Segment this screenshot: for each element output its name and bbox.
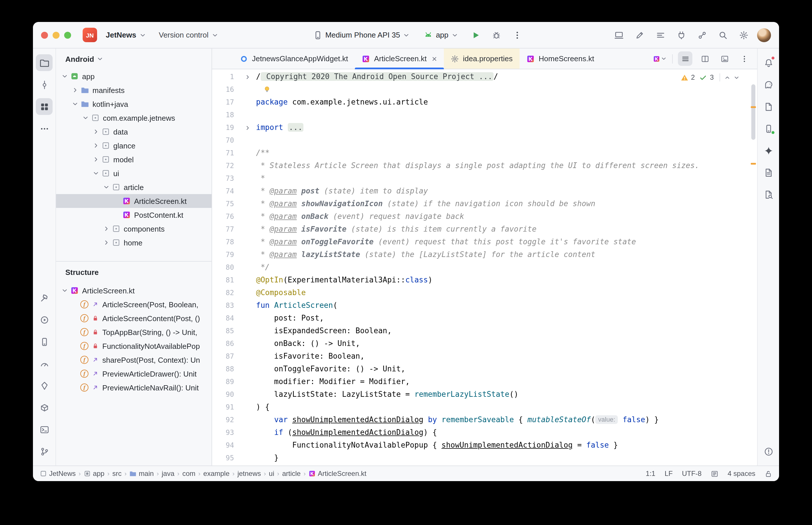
code-line[interactable]: 70 xyxy=(212,134,749,147)
editor-scrollbar[interactable] xyxy=(750,69,756,466)
caret-position[interactable]: 1:1 xyxy=(646,469,655,478)
project-tree-item[interactable]: PostContent.kt xyxy=(56,208,211,222)
breadcrumb-item[interactable]: main xyxy=(130,469,154,478)
code-line[interactable]: 83fun ArticleScreen( xyxy=(212,299,749,312)
breadcrumb-item[interactable]: ArticleScreen.kt xyxy=(309,469,366,478)
line-number[interactable]: 90 xyxy=(212,390,239,399)
line-number[interactable]: 17 xyxy=(212,98,239,106)
code-line[interactable]: 72 * Stateless Article Screen that displ… xyxy=(212,160,749,172)
version-control-button[interactable] xyxy=(36,443,53,460)
file-encoding[interactable]: UTF-8 xyxy=(682,469,702,478)
lock-open-icon[interactable] xyxy=(765,470,772,477)
breadcrumb-item[interactable]: example xyxy=(204,469,230,478)
code-line[interactable]: 91) { xyxy=(212,401,749,414)
code-line[interactable]: 88 onToggleFavorite: () -> Unit, xyxy=(212,363,749,375)
running-devices-button[interactable] xyxy=(760,120,777,137)
device-selector[interactable]: Medium Phone API 35 xyxy=(309,27,414,43)
commit-button[interactable] xyxy=(36,76,53,93)
line-number[interactable]: 19 xyxy=(212,124,239,132)
scrollbar-thumb[interactable] xyxy=(751,84,755,140)
close-window-button[interactable] xyxy=(41,31,48,39)
plugins-button[interactable] xyxy=(674,27,689,43)
line-number[interactable]: 92 xyxy=(212,416,239,424)
app-inspection-button[interactable] xyxy=(760,186,777,203)
line-number[interactable]: 87 xyxy=(212,352,239,360)
debug-button[interactable] xyxy=(489,27,504,43)
editor-tab[interactable]: JetnewsGlanceAppWidget.kt xyxy=(233,48,355,69)
code-line[interactable]: 92 var showUnimplementedActionDialog by … xyxy=(212,414,749,426)
previous-problem-button[interactable] xyxy=(724,74,730,80)
problems-button[interactable] xyxy=(760,443,777,460)
editor[interactable]: 1/ Copyright 2020 The Android Open Sourc… xyxy=(212,69,757,466)
breadcrumb-item[interactable]: app xyxy=(84,469,104,478)
fold-marker[interactable] xyxy=(239,74,256,80)
editor-options-button[interactable] xyxy=(737,51,751,66)
project-tree-item[interactable]: model xyxy=(56,152,211,166)
code-line[interactable]: 85 isExpandedScreen: Boolean, xyxy=(212,325,749,337)
gradle-button[interactable] xyxy=(760,76,777,93)
line-number[interactable]: 16 xyxy=(212,86,239,93)
code-line[interactable]: 77 * @param isFavorite (state) is this i… xyxy=(212,223,749,236)
structure-item[interactable]: fPreviewArticleNavRail(): Unit xyxy=(56,380,211,394)
project-panel-header[interactable]: Android xyxy=(56,48,211,69)
project-tree-item[interactable]: data xyxy=(56,125,211,139)
code-with-me-button[interactable] xyxy=(695,27,710,43)
structure-button[interactable] xyxy=(36,98,53,115)
terminal-button[interactable] xyxy=(36,421,53,438)
vcs-widget[interactable]: Version control xyxy=(155,27,222,43)
zoom-window-button[interactable] xyxy=(64,31,71,39)
line-number[interactable]: 75 xyxy=(212,200,239,208)
project-tree-item[interactable]: com.example.jetnews xyxy=(56,111,211,125)
run-button[interactable] xyxy=(468,27,483,43)
code-line[interactable]: 1/ Copyright 2020 The Android Open Sourc… xyxy=(212,71,749,83)
build-menu-button[interactable] xyxy=(653,27,668,43)
line-number[interactable]: 82 xyxy=(212,289,239,297)
line-number[interactable]: 79 xyxy=(212,251,239,259)
next-problem-button[interactable] xyxy=(734,74,740,80)
fold-marker[interactable] xyxy=(239,124,256,131)
code-line[interactable]: 73 * xyxy=(212,172,749,185)
project-tree-item[interactable]: ui xyxy=(56,166,211,180)
code-line[interactable]: 76 * @param onBack (event) request navig… xyxy=(212,210,749,223)
code-line[interactable]: 87 isFavorite: Boolean, xyxy=(212,350,749,363)
indent-setting[interactable]: 4 spaces xyxy=(728,469,755,478)
code-line[interactable]: 79 * @param lazyListState (state) the [L… xyxy=(212,248,749,261)
code-line[interactable]: 86 onBack: () -> Unit, xyxy=(212,337,749,350)
line-number[interactable]: 1 xyxy=(212,73,239,81)
project-tree-item[interactable]: app xyxy=(56,69,211,83)
line-number[interactable]: 78 xyxy=(212,238,239,246)
settings-button[interactable] xyxy=(736,27,751,43)
breadcrumb-item[interactable]: com xyxy=(182,469,195,478)
screen-icon[interactable] xyxy=(711,470,718,477)
device-file-explorer-button[interactable] xyxy=(760,98,777,115)
line-number[interactable]: 84 xyxy=(212,314,239,322)
editor-tab[interactable]: ArticleScreen.kt× xyxy=(355,48,444,69)
line-separator[interactable]: LF xyxy=(665,469,673,478)
code-line[interactable]: 94 FunctionalityNotAvailablePopup { show… xyxy=(212,439,749,452)
line-number[interactable]: 86 xyxy=(212,340,239,348)
project-tree-item[interactable]: home xyxy=(56,236,211,250)
line-number[interactable]: 88 xyxy=(212,365,239,373)
structure-root[interactable]: ArticleScreen.kt xyxy=(56,284,211,297)
tab-list-button[interactable] xyxy=(678,51,692,66)
gemini-button[interactable] xyxy=(760,142,777,159)
project-tree-item[interactable]: ArticleScreen.kt xyxy=(56,194,211,208)
intention-bulb-icon[interactable] xyxy=(263,86,271,93)
line-number[interactable]: 93 xyxy=(212,429,239,437)
code-line[interactable]: 90 lazyListState: LazyListState = rememb… xyxy=(212,388,749,401)
line-number[interactable]: 89 xyxy=(212,378,239,386)
code-line[interactable]: 93 if (showUnimplementedActionDialog) { xyxy=(212,426,749,439)
code-line[interactable]: 18 xyxy=(212,109,749,121)
split-editor-button[interactable] xyxy=(697,51,712,66)
code-line[interactable]: 71/** xyxy=(212,147,749,160)
hidden-tabs-button[interactable] xyxy=(652,51,667,66)
minimize-window-button[interactable] xyxy=(53,31,60,39)
notifications-button[interactable] xyxy=(760,54,777,71)
project-tree-item[interactable]: components xyxy=(56,222,211,236)
structure-item[interactable]: fArticleScreenContent(Post, () xyxy=(56,311,211,325)
search-button[interactable] xyxy=(715,27,730,43)
project-switcher[interactable]: JetNews xyxy=(102,27,150,43)
device-manager-button[interactable] xyxy=(36,333,53,350)
line-number[interactable]: 95 xyxy=(212,454,239,462)
logcat-button[interactable] xyxy=(760,164,777,181)
